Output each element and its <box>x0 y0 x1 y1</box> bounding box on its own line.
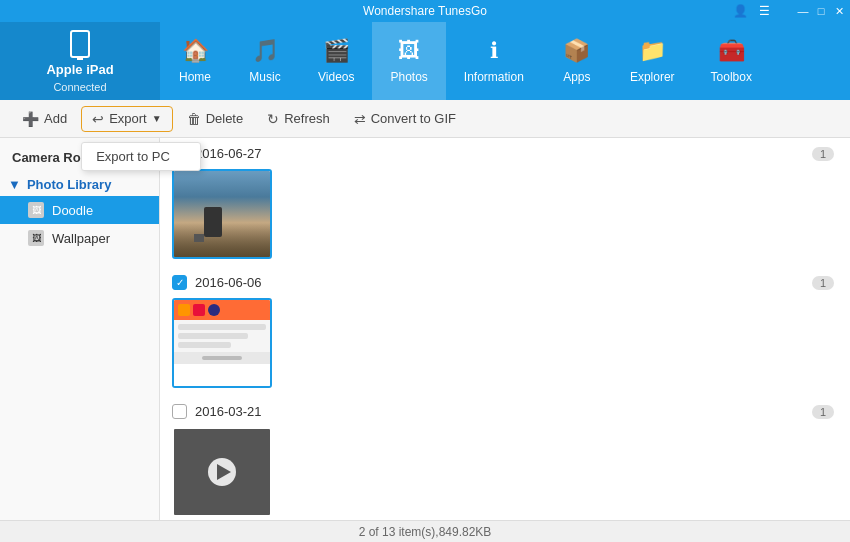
app-screenshot <box>174 300 270 386</box>
play-triangle <box>217 464 231 480</box>
checkbox-group-2[interactable] <box>172 275 187 290</box>
header: Apple iPad Connected 🏠 Home 🎵 Music 🎬 Vi… <box>0 22 850 100</box>
delete-button[interactable]: 🗑 Delete <box>177 107 254 131</box>
convert-icon: ⇄ <box>354 111 366 127</box>
delete-icon: 🗑 <box>187 111 201 127</box>
user-icon[interactable]: 👤 <box>733 4 748 18</box>
tab-apps-label: Apps <box>563 70 590 84</box>
tab-photos[interactable]: 🖼 Photos <box>372 22 445 100</box>
tab-home[interactable]: 🏠 Home <box>160 22 230 100</box>
photo-date-1: 2016-06-27 <box>195 146 262 161</box>
music-icon: 🎵 <box>252 38 279 64</box>
checkbox-group-3[interactable] <box>172 404 187 419</box>
close-button[interactable]: ✕ <box>832 4 846 18</box>
explorer-icon: 📁 <box>639 38 666 64</box>
device-icon <box>70 30 90 58</box>
refresh-button[interactable]: ↻ Refresh <box>257 107 340 131</box>
export-label: Export <box>109 111 147 126</box>
photo-date-3: 2016-03-21 <box>195 404 262 419</box>
tab-explorer-label: Explorer <box>630 70 675 84</box>
maximize-button[interactable]: □ <box>814 4 828 18</box>
export-container: ↩ Export ▼ Export to PC <box>81 106 172 132</box>
photo-group-3: 2016-03-21 1 <box>160 396 850 520</box>
sidebar-child-doodle[interactable]: 🖼 Doodle <box>0 196 159 224</box>
delete-label: Delete <box>206 111 244 126</box>
status-text: 2 of 13 item(s),849.82KB <box>359 525 492 539</box>
export-button[interactable]: ↩ Export ▼ <box>81 106 172 132</box>
photo-thumb-3[interactable] <box>172 427 272 517</box>
tab-information-label: Information <box>464 70 524 84</box>
device-name: Apple iPad <box>46 62 113 77</box>
tab-explorer[interactable]: 📁 Explorer <box>612 22 693 100</box>
toolbar: ➕ Add ↩ Export ▼ Export to PC 🗑 Delete ↻… <box>0 100 850 138</box>
status-bar: 2 of 13 item(s),849.82KB <box>0 520 850 542</box>
sidebar-item-photo-library[interactable]: ▼ Photo Library <box>0 169 159 196</box>
wallpaper-thumb-icon: 🖼 <box>28 230 44 246</box>
convert-label: Convert to GIF <box>371 111 456 126</box>
wallpaper-label: Wallpaper <box>52 231 110 246</box>
add-button[interactable]: ➕ Add <box>12 107 77 131</box>
content-area: 2016-06-27 1 2016-06-06 1 <box>160 138 850 520</box>
apps-icon: 📦 <box>563 38 590 64</box>
export-icon: ↩ <box>92 111 104 127</box>
app-title: Wondershare TunesGo <box>363 4 487 18</box>
export-chevron-icon: ▼ <box>152 113 162 124</box>
refresh-label: Refresh <box>284 111 330 126</box>
app-icon-2 <box>193 304 205 316</box>
sidebar-child-wallpaper[interactable]: 🖼 Wallpaper <box>0 224 159 252</box>
home-icon: 🏠 <box>182 38 209 64</box>
photo-group-3-header: 2016-03-21 1 <box>172 404 838 419</box>
tab-apps[interactable]: 📦 Apps <box>542 22 612 100</box>
doodle-thumb-icon: 🖼 <box>28 202 44 218</box>
doodle-label: Doodle <box>52 203 93 218</box>
photos-icon: 🖼 <box>398 38 420 64</box>
add-icon: ➕ <box>22 111 39 127</box>
app-icon-1 <box>178 304 190 316</box>
tab-music[interactable]: 🎵 Music <box>230 22 300 100</box>
video-thumb <box>174 429 270 515</box>
tab-home-label: Home <box>179 70 211 84</box>
toolbox-icon: 🧰 <box>718 38 745 64</box>
tab-photos-label: Photos <box>390 70 427 84</box>
main-content: Camera Roll ▼ Photo Library 🖼 Doodle 🖼 W… <box>0 138 850 520</box>
photo-thumb-2[interactable] <box>172 298 272 388</box>
convert-gif-button[interactable]: ⇄ Convert to GIF <box>344 107 466 131</box>
title-bar-user-area: 👤 ☰ <box>733 4 770 18</box>
add-label: Add <box>44 111 67 126</box>
photo-count-2: 1 <box>812 276 834 290</box>
photo-date-2: 2016-06-06 <box>195 275 262 290</box>
tab-toolbox[interactable]: 🧰 Toolbox <box>693 22 770 100</box>
photo-group-1: 2016-06-27 1 <box>160 138 850 267</box>
title-bar: Wondershare TunesGo 👤 ☰ — □ ✕ <box>0 0 850 22</box>
nav-tabs: 🏠 Home 🎵 Music 🎬 Videos 🖼 Photos ℹ Infor… <box>160 22 850 100</box>
camera-roll-label: Camera Roll <box>12 150 88 165</box>
window-controls: — □ ✕ <box>796 4 846 18</box>
export-dropdown: Export to PC <box>81 142 201 171</box>
tab-information[interactable]: ℹ Information <box>446 22 542 100</box>
play-button-icon <box>208 458 236 486</box>
device-panel: Apple iPad Connected <box>0 22 160 100</box>
photo-count-1: 1 <box>812 147 834 161</box>
photo-group-2: 2016-06-06 1 <box>160 267 850 396</box>
expand-icon: ▼ <box>8 177 21 192</box>
device-status: Connected <box>53 81 106 93</box>
tab-toolbox-label: Toolbox <box>711 70 752 84</box>
minimize-button[interactable]: — <box>796 4 810 18</box>
photo-thumb-1[interactable] <box>172 169 272 259</box>
tab-music-label: Music <box>249 70 280 84</box>
street-photo <box>174 171 270 257</box>
photo-library-label: Photo Library <box>27 177 112 192</box>
information-icon: ℹ <box>490 38 498 64</box>
videos-icon: 🎬 <box>323 38 350 64</box>
export-to-pc-item[interactable]: Export to PC <box>82 143 200 170</box>
sidebar: Camera Roll ▼ Photo Library 🖼 Doodle 🖼 W… <box>0 138 160 520</box>
photo-count-3: 1 <box>812 405 834 419</box>
refresh-icon: ↻ <box>267 111 279 127</box>
menu-icon[interactable]: ☰ <box>759 4 770 18</box>
photo-group-2-header: 2016-06-06 1 <box>172 275 838 290</box>
tab-videos-label: Videos <box>318 70 354 84</box>
photo-group-1-header: 2016-06-27 1 <box>172 146 838 161</box>
app-icon-3 <box>208 304 220 316</box>
tab-videos[interactable]: 🎬 Videos <box>300 22 372 100</box>
